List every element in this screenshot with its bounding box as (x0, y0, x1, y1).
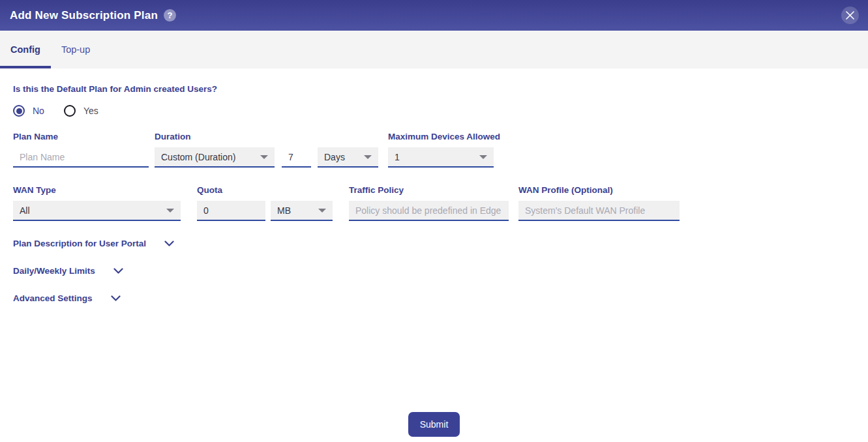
caret-down-icon (166, 209, 174, 213)
modal-title: Add New Subscription Plan (10, 9, 158, 22)
tab-top-up[interactable]: Top-up (51, 31, 100, 68)
form-row-2: WAN Type All Quota MB Traffic Policy (13, 185, 855, 221)
wan-profile-input[interactable] (518, 201, 680, 221)
default-plan-question: Is this the Default Plan for Admin creat… (13, 84, 855, 94)
chevron-down-icon (113, 268, 123, 274)
add-subscription-plan-modal: Add New Subscription Plan ? Config Top-u… (0, 0, 868, 442)
max-devices-group: Maximum Devices Allowed 1 (388, 132, 500, 168)
submit-button[interactable]: Submit (408, 412, 460, 437)
duration-unit-value: Days (324, 152, 345, 162)
duration-label: Duration (155, 132, 378, 141)
chevron-down-icon (111, 295, 121, 302)
form-row-1: Plan Name Duration Custom (Duration) Day… (13, 132, 855, 168)
duration-group: Duration Custom (Duration) Days (155, 132, 378, 168)
modal-header: Add New Subscription Plan ? (0, 0, 868, 31)
tab-config[interactable]: Config (0, 31, 51, 68)
caret-down-icon (318, 209, 326, 213)
section-daily-weekly-limits-label: Daily/Weekly Limits (13, 266, 95, 276)
section-advanced-settings-label: Advanced Settings (13, 293, 93, 303)
modal-footer: Submit (0, 412, 868, 437)
close-button[interactable] (841, 7, 859, 24)
radio-yes-icon (64, 105, 76, 117)
traffic-policy-label: Traffic Policy (349, 185, 509, 195)
radio-option-yes[interactable]: Yes (64, 105, 98, 117)
wan-profile-group: WAN Profile (Optional) (518, 185, 680, 221)
radio-option-no[interactable]: No (13, 105, 44, 117)
duration-select[interactable]: Custom (Duration) (155, 147, 275, 168)
max-devices-value: 1 (395, 152, 400, 162)
caret-down-icon (260, 155, 268, 159)
close-icon (846, 11, 854, 20)
chevron-down-icon (164, 241, 174, 247)
modal-content: Is this the Default Plan for Admin creat… (0, 68, 868, 303)
wan-type-label: WAN Type (13, 185, 181, 195)
traffic-policy-input[interactable] (349, 201, 509, 221)
caret-down-icon (479, 155, 487, 159)
quota-unit-value: MB (277, 205, 291, 216)
wan-profile-label: WAN Profile (Optional) (518, 185, 680, 195)
quota-unit-select[interactable]: MB (271, 201, 333, 221)
default-plan-radio-group: No Yes (13, 105, 855, 117)
quota-label: Quota (197, 185, 333, 195)
quota-input[interactable] (197, 201, 265, 221)
duration-value-input[interactable] (282, 147, 311, 168)
radio-yes-label: Yes (83, 106, 98, 116)
wan-type-value: All (20, 205, 30, 216)
section-daily-weekly-limits[interactable]: Daily/Weekly Limits (13, 266, 855, 276)
max-devices-label: Maximum Devices Allowed (388, 132, 500, 141)
duration-select-value: Custom (Duration) (161, 152, 235, 162)
quota-group: Quota MB (197, 185, 333, 221)
tab-config-label: Config (10, 44, 40, 55)
tab-bar: Config Top-up (0, 31, 868, 68)
plan-name-label: Plan Name (13, 132, 149, 141)
duration-unit-select[interactable]: Days (318, 147, 378, 168)
section-advanced-settings[interactable]: Advanced Settings (13, 293, 855, 303)
section-plan-description-label: Plan Description for User Portal (13, 239, 146, 248)
help-icon[interactable]: ? (164, 9, 176, 22)
tab-top-up-label: Top-up (61, 44, 90, 55)
max-devices-select[interactable]: 1 (388, 147, 494, 168)
plan-name-group: Plan Name (13, 132, 149, 168)
caret-down-icon (364, 155, 372, 159)
radio-no-label: No (33, 106, 44, 116)
wan-type-group: WAN Type All (13, 185, 181, 221)
traffic-policy-group: Traffic Policy (349, 185, 509, 221)
section-plan-description[interactable]: Plan Description for User Portal (13, 239, 855, 248)
wan-type-select[interactable]: All (13, 201, 181, 221)
radio-no-icon (13, 105, 25, 117)
plan-name-input[interactable] (13, 147, 149, 168)
